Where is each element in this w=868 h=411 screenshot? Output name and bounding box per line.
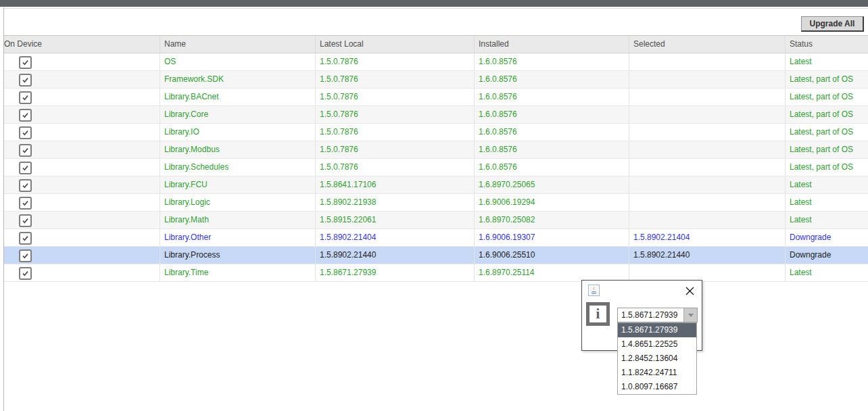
java-coffee-icon bbox=[588, 285, 600, 296]
cell-status: Latest, part of OS bbox=[786, 71, 868, 89]
cell-installed: 1.6.0.8576 bbox=[475, 89, 629, 106]
table-row-library-modbus[interactable]: Library.Modbus1.5.0.78761.6.0.8576Latest… bbox=[4, 141, 868, 159]
info-icon: i bbox=[586, 302, 610, 326]
cell-name: Library.Core bbox=[160, 106, 316, 124]
version-combobox[interactable]: 1.5.8671.27939 bbox=[617, 308, 698, 322]
cell-name: Library.Other bbox=[160, 229, 316, 247]
table-row-library-io[interactable]: Library.IO1.5.0.78761.6.0.8576Latest, pa… bbox=[4, 124, 868, 141]
on-device-checkbox[interactable] bbox=[19, 56, 32, 69]
top-bar bbox=[0, 0, 868, 7]
cell-latest-local: 1.5.0.7876 bbox=[316, 124, 475, 141]
on-device-checkbox[interactable] bbox=[19, 126, 32, 139]
cell-latest-local: 1.5.8671.27939 bbox=[316, 264, 475, 282]
cell-selected bbox=[629, 124, 786, 141]
on-device-cell bbox=[4, 229, 160, 247]
cell-installed: 1.6.0.8576 bbox=[475, 159, 629, 176]
on-device-checkbox[interactable] bbox=[19, 109, 32, 122]
table-row-framework-sdk[interactable]: Framework.SDK1.5.0.78761.6.0.8576Latest,… bbox=[4, 71, 868, 89]
on-device-checkbox[interactable] bbox=[19, 144, 32, 157]
cell-name: OS bbox=[160, 53, 316, 71]
cell-latest-local: 1.5.8915.22061 bbox=[316, 212, 475, 229]
packages-table: On DeviceNameLatest LocalInstalledSelect… bbox=[4, 35, 868, 282]
close-icon[interactable] bbox=[685, 286, 695, 296]
upgrade-all-button[interactable]: Upgrade All bbox=[801, 16, 864, 32]
on-device-cell bbox=[4, 124, 160, 141]
on-device-cell bbox=[4, 159, 160, 176]
cell-selected bbox=[629, 106, 786, 124]
table-row-library-process[interactable]: Library.Process1.5.8902.214401.6.9006.25… bbox=[4, 247, 868, 264]
column-header-selected: Selected bbox=[629, 36, 786, 53]
on-device-checkbox[interactable] bbox=[19, 267, 32, 280]
chevron-down-icon[interactable] bbox=[683, 308, 697, 322]
cell-latest-local: 1.5.0.7876 bbox=[316, 53, 475, 71]
cell-name: Framework.SDK bbox=[160, 71, 316, 89]
on-device-checkbox[interactable] bbox=[19, 74, 32, 87]
version-option[interactable]: 1.4.8651.22525 bbox=[618, 337, 696, 352]
cell-name: Library.Logic bbox=[160, 194, 316, 212]
cell-installed: 1.6.9006.25510 bbox=[475, 247, 629, 264]
cell-installed: 1.6.0.8576 bbox=[475, 141, 629, 159]
cell-selected bbox=[629, 53, 786, 71]
table-body: OS1.5.0.78761.6.0.8576LatestFramework.SD… bbox=[4, 53, 868, 282]
version-dropdown-list: 1.5.8671.279391.4.8651.225251.2.8452.136… bbox=[617, 322, 697, 395]
on-device-checkbox[interactable] bbox=[19, 214, 32, 227]
version-option[interactable]: 1.2.8452.13604 bbox=[618, 352, 696, 366]
panel-top-border bbox=[3, 8, 868, 9]
cell-status: Downgrade bbox=[786, 229, 868, 247]
column-header-status: Status bbox=[786, 36, 868, 53]
cell-status: Latest, part of OS bbox=[786, 124, 868, 141]
cell-status: Downgrade bbox=[786, 247, 868, 264]
cell-status: Latest bbox=[786, 212, 868, 229]
on-device-cell bbox=[4, 71, 160, 89]
cell-selected bbox=[629, 176, 786, 194]
version-option[interactable]: 1.5.8671.27939 bbox=[618, 323, 696, 337]
column-header-latest-local: Latest Local bbox=[316, 36, 475, 53]
on-device-cell bbox=[4, 212, 160, 229]
on-device-checkbox[interactable] bbox=[19, 249, 32, 262]
table-row-library-other[interactable]: Library.Other1.5.8902.214041.6.9006.1930… bbox=[4, 229, 868, 247]
cell-latest-local: 1.5.0.7876 bbox=[316, 89, 475, 106]
on-device-checkbox[interactable] bbox=[19, 91, 32, 104]
table-row-library-core[interactable]: Library.Core1.5.0.78761.6.0.8576Latest, … bbox=[4, 106, 868, 124]
on-device-cell bbox=[4, 53, 160, 71]
version-option[interactable]: 1.0.8097.16687 bbox=[618, 380, 696, 394]
version-option[interactable]: 1.1.8242.24711 bbox=[618, 366, 696, 380]
on-device-checkbox[interactable] bbox=[19, 197, 32, 210]
column-header-installed: Installed bbox=[475, 36, 629, 53]
cell-name: Library.FCU bbox=[160, 176, 316, 194]
on-device-cell bbox=[4, 89, 160, 106]
cell-status: Latest bbox=[786, 53, 868, 71]
cell-installed: 1.6.0.8576 bbox=[475, 106, 629, 124]
table-row-os[interactable]: OS1.5.0.78761.6.0.8576Latest bbox=[4, 53, 868, 71]
cell-selected bbox=[629, 89, 786, 106]
on-device-checkbox[interactable] bbox=[19, 179, 32, 192]
on-device-cell bbox=[4, 176, 160, 194]
cell-selected bbox=[629, 141, 786, 159]
column-header-on-device: On Device bbox=[4, 36, 160, 53]
table-row-library-logic[interactable]: Library.Logic1.5.8902.219381.6.9006.1929… bbox=[4, 194, 868, 212]
cell-latest-local: 1.5.8902.21440 bbox=[316, 247, 475, 264]
on-device-checkbox[interactable] bbox=[19, 232, 32, 245]
cell-status: Latest bbox=[786, 194, 868, 212]
cell-latest-local: 1.5.0.7876 bbox=[316, 159, 475, 176]
cell-latest-local: 1.5.0.7876 bbox=[316, 106, 475, 124]
cell-status: Latest, part of OS bbox=[786, 141, 868, 159]
on-device-checkbox[interactable] bbox=[19, 162, 32, 174]
cell-installed: 1.6.0.8576 bbox=[475, 53, 629, 71]
cell-latest-local: 1.5.0.7876 bbox=[316, 71, 475, 89]
cell-name: Library.Schedules bbox=[160, 159, 316, 176]
table-row-library-time[interactable]: Library.Time1.5.8671.279391.6.8970.25114… bbox=[4, 264, 868, 282]
on-device-cell bbox=[4, 264, 160, 282]
cell-status: Latest, part of OS bbox=[786, 106, 868, 124]
table-row-library-fcu[interactable]: Library.FCU1.5.8641.171061.6.8970.25065L… bbox=[4, 176, 868, 194]
cell-installed: 1.6.8970.25065 bbox=[475, 176, 629, 194]
cell-latest-local: 1.5.8902.21404 bbox=[316, 229, 475, 247]
table-row-library-bacnet[interactable]: Library.BACnet1.5.0.78761.6.0.8576Latest… bbox=[4, 89, 868, 106]
cell-installed: 1.6.9006.19294 bbox=[475, 194, 629, 212]
cell-name: Library.Modbus bbox=[160, 141, 316, 159]
column-header-name: Name bbox=[160, 36, 316, 53]
table-row-library-math[interactable]: Library.Math1.5.8915.220611.6.8970.25082… bbox=[4, 212, 868, 229]
cell-status: Latest bbox=[786, 264, 868, 282]
table-row-library-schedules[interactable]: Library.Schedules1.5.0.78761.6.0.8576Lat… bbox=[4, 159, 868, 176]
combobox-value: 1.5.8671.27939 bbox=[621, 308, 677, 322]
